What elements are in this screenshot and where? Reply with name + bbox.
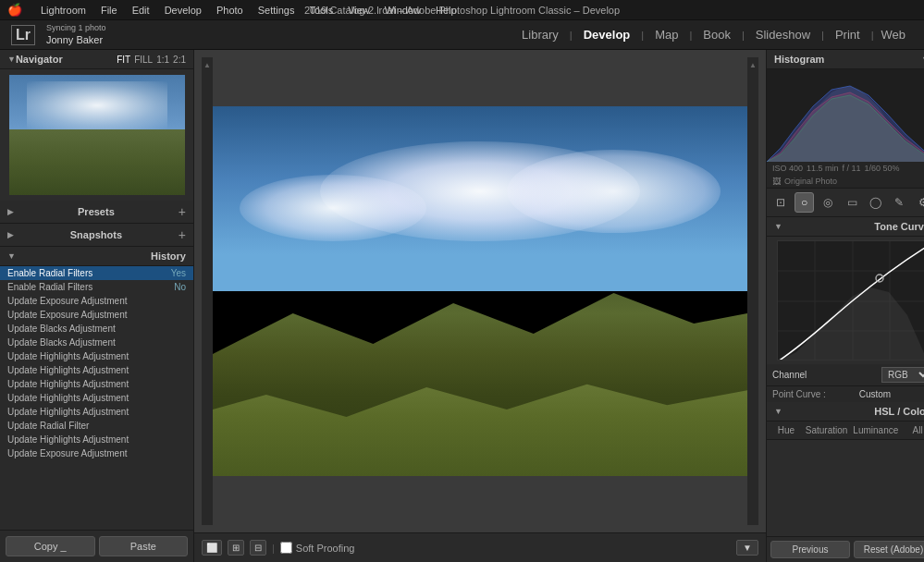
copy-button[interactable]: Copy _ — [6, 536, 95, 556]
navigator-header[interactable]: ▼ Navigator FIT FILL 1:1 2:1 — [0, 50, 193, 69]
module-book[interactable]: Book — [692, 20, 742, 50]
red-eye-tool[interactable]: ◎ — [818, 192, 838, 213]
right-panel: Histogram ▼ ISO 400 — [766, 50, 924, 562]
history-header[interactable]: ▼ History — [0, 247, 193, 266]
window-title: 2019 Catalog-2.lrcat – Adobe Photoshop L… — [304, 0, 620, 20]
history-item[interactable]: Update Highlights Adjustment — [0, 405, 193, 419]
module-print[interactable]: Print — [824, 20, 871, 50]
toolbar-dropdown[interactable]: ▼ — [736, 540, 758, 556]
reset-button[interactable]: Reset (Adobe) — [854, 541, 924, 558]
right-panel-bottom: Previous Reset (Adobe) — [767, 536, 924, 562]
history-item[interactable]: Update Highlights Adjustment — [0, 377, 193, 391]
hsl-tab-saturation[interactable]: Saturation — [804, 423, 850, 437]
history-item-label: Update Blacks Adjustment — [7, 324, 116, 334]
history-item[interactable]: Update Exposure Adjustment — [0, 446, 193, 460]
presets-header[interactable]: ▶ Presets + — [0, 201, 193, 224]
zoom-1-1[interactable]: 1:1 — [156, 55, 169, 65]
zoom-fit[interactable]: FIT — [117, 55, 130, 65]
menu-lightroom[interactable]: Lightroom — [41, 5, 86, 16]
zoom-fill[interactable]: FILL — [134, 55, 153, 65]
snapshots-arrow: ▶ — [7, 230, 14, 239]
overlay-tool[interactable]: ⊟ — [250, 540, 266, 556]
presets-section: ▶ Presets + — [0, 201, 193, 224]
module-develop[interactable]: Develop — [573, 20, 642, 50]
scroll-up-icon[interactable]: ▲ — [203, 61, 211, 69]
scroll-down-icon[interactable]: ▲ — [749, 61, 757, 69]
presets-add[interactable]: + — [179, 204, 186, 219]
sync-line1: Syncing 1 photo — [46, 23, 106, 34]
spot-removal-tool[interactable]: ○ — [795, 192, 815, 213]
nav-bar: Lr Syncing 1 photo Jonny Baker Library |… — [0, 20, 924, 50]
history-item[interactable]: Update Highlights Adjustment — [0, 349, 193, 363]
zoom-2-1[interactable]: 2:1 — [173, 55, 186, 65]
history-item[interactable]: Enable Radial Filters No — [0, 280, 193, 294]
hsl-header[interactable]: ▼ HSL / Color — [767, 402, 924, 422]
crop-overlay-tool[interactable]: ⊡ — [770, 192, 791, 213]
user-name: Jonny Baker — [46, 33, 106, 46]
history-item-value: Yes — [171, 268, 186, 278]
history-item[interactable]: Update Blacks Adjustment — [0, 322, 193, 336]
history-item-label: Update Highlights Adjustment — [7, 351, 129, 361]
point-curve-label: Point Curve : — [772, 389, 826, 399]
module-web[interactable]: Web — [874, 20, 914, 50]
left-panel-bottom: Copy _ Paste — [0, 530, 193, 562]
hsl-tab-all[interactable]: All — [902, 423, 924, 437]
aperture-value: f / 11 — [843, 164, 861, 173]
history-item[interactable]: Update Highlights Adjustment — [0, 433, 193, 446]
grid-tool[interactable]: ⊞ — [228, 540, 244, 556]
hsl-label: HSL / Color — [874, 406, 924, 417]
original-photo-label: 🖼 Original Photo — [767, 175, 924, 189]
crop-tool[interactable]: ⬜ — [202, 540, 222, 556]
history-item[interactable]: Update Highlights Adjustment — [0, 391, 193, 405]
module-library[interactable]: Library — [511, 20, 570, 50]
tone-curve-header[interactable]: ▼ Tone Curve — [767, 217, 924, 237]
presets-arrow: ▶ — [7, 207, 14, 216]
history-label: History — [151, 250, 186, 262]
histogram-header[interactable]: Histogram ▼ — [767, 50, 924, 69]
histogram-label: Histogram — [774, 54, 824, 65]
history-item-label: Update Exposure Adjustment — [7, 296, 128, 306]
history-item-label: Update Highlights Adjustment — [7, 379, 129, 389]
history-item[interactable]: Enable Radial Filters Yes — [0, 266, 193, 280]
history-item[interactable]: Update Radial Filter — [0, 419, 193, 433]
history-item-label: Enable Radial Filters — [7, 268, 92, 278]
hsl-arrow: ▼ — [774, 407, 782, 416]
channel-label: Channel — [772, 370, 807, 380]
photo-icon: 🖼 — [772, 177, 781, 186]
adjustment-brush-tool[interactable]: ✎ — [890, 192, 910, 213]
history-item[interactable]: Update Blacks Adjustment — [0, 336, 193, 349]
hsl-tab-luminance[interactable]: Luminance — [851, 423, 900, 437]
module-map[interactable]: Map — [644, 20, 689, 50]
history-item[interactable]: Update Exposure Adjustment — [0, 308, 193, 322]
snapshots-add[interactable]: + — [179, 227, 186, 242]
soft-proofing-checkbox[interactable] — [280, 542, 292, 554]
history-item[interactable]: Update Highlights Adjustment — [0, 363, 193, 377]
previous-button[interactable]: Previous — [770, 541, 850, 558]
navigator-section: ▼ Navigator FIT FILL 1:1 2:1 — [0, 50, 193, 201]
history-item-value: No — [174, 282, 186, 292]
history-list: Enable Radial Filters Yes Enable Radial … — [0, 266, 193, 530]
channel-select[interactable]: RGB Red Green Blue — [881, 367, 924, 383]
histogram-display — [767, 69, 924, 162]
settings-icon[interactable]: ⚙ — [913, 192, 924, 213]
graduated-filter-tool[interactable]: ▭ — [842, 192, 862, 213]
soft-proofing-container: Soft Proofing — [280, 542, 355, 554]
history-item[interactable]: Update Exposure Adjustment — [0, 294, 193, 308]
shutter-value: 11.5 min — [807, 164, 839, 173]
menu-settings[interactable]: Settings — [258, 5, 295, 16]
menu-develop[interactable]: Develop — [165, 5, 202, 16]
paste-button[interactable]: Paste — [99, 536, 189, 556]
tone-curve-canvas[interactable] — [777, 240, 924, 360]
camera-info: ISO 400 11.5 min f / 11 1/60 50% — [767, 162, 924, 175]
module-slideshow[interactable]: Slideshow — [745, 20, 821, 50]
menu-file[interactable]: File — [101, 5, 117, 16]
presets-label: Presets — [78, 206, 115, 217]
hsl-tab-hue[interactable]: Hue — [770, 423, 802, 437]
navigator-label: Navigator — [16, 54, 63, 65]
menu-edit[interactable]: Edit — [132, 5, 150, 16]
right-scroll: ▲ — [747, 57, 758, 525]
menu-photo[interactable]: Photo — [216, 5, 243, 16]
snapshots-header[interactable]: ▶ Snapshots + — [0, 224, 193, 247]
tone-curve-label: Tone Curve — [874, 221, 924, 232]
radial-filter-tool[interactable]: ◯ — [866, 192, 886, 213]
